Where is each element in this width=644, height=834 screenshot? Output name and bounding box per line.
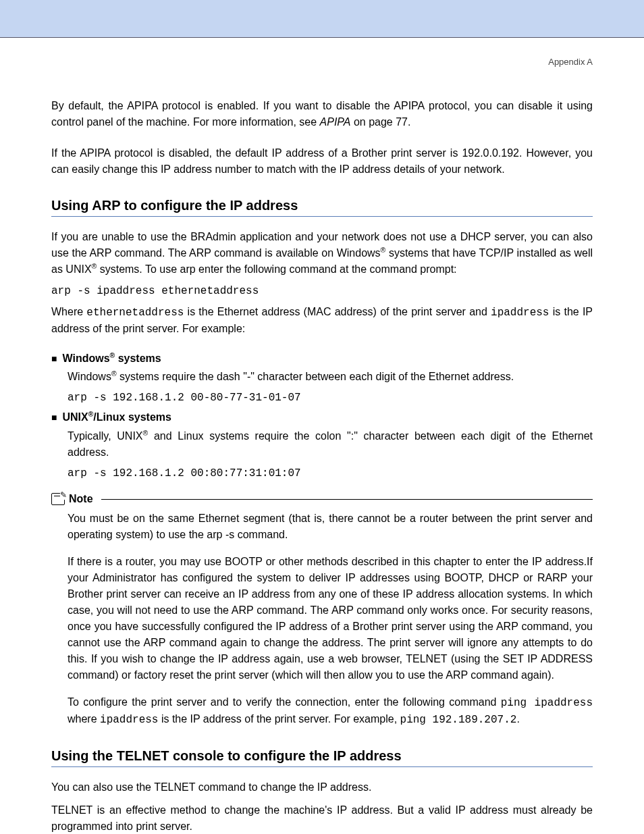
registered-icon: ® xyxy=(111,370,117,377)
code-ipaddress: ipaddress xyxy=(491,307,549,319)
arp-heading: Using ARP to configure the IP address xyxy=(51,198,593,213)
text: . xyxy=(516,713,519,725)
text: systems require the dash "-" character b… xyxy=(117,371,514,382)
windows-paragraph: Windows® systems require the dash "-" ch… xyxy=(68,369,593,385)
square-bullet-icon: ■ xyxy=(51,353,57,364)
square-bullet-icon: ■ xyxy=(51,412,57,423)
text: is the Ethernet address (MAC address) of… xyxy=(184,306,491,317)
arp-paragraph-1: If you are unable to use the BRAdmin app… xyxy=(51,229,593,278)
text: Typically, UNIX xyxy=(68,430,143,442)
arp-command-generic: arp -s ipaddress ethernetaddress xyxy=(51,285,593,297)
text: where xyxy=(68,713,100,725)
code-ping-ipaddress: ping ipaddress xyxy=(501,697,593,709)
text: Where xyxy=(51,306,86,317)
top-bar xyxy=(0,0,644,38)
text: systems xyxy=(115,353,161,364)
section-rule xyxy=(51,216,593,217)
windows-block: Windows® systems require the dash "-" ch… xyxy=(51,369,593,404)
note-header: Note xyxy=(51,493,593,505)
note-body: You must be on the same Ethernet segment… xyxy=(51,511,593,728)
note-icon xyxy=(51,493,65,505)
windows-label: Windows® systems xyxy=(62,352,161,365)
text: on page 77. xyxy=(350,116,410,128)
windows-bullet: ■ Windows® systems xyxy=(51,352,593,365)
text: To configure the print server and to ver… xyxy=(68,696,501,708)
note-paragraph-3: To configure the print server and to ver… xyxy=(68,694,593,728)
text: is the IP address of the print server. F… xyxy=(158,713,400,725)
unix-paragraph: Typically, UNIX® and Linux systems requi… xyxy=(68,428,593,461)
code-ethernetaddress: ethernetaddress xyxy=(86,307,184,319)
note-paragraph-2: If there is a router, you may use BOOTP … xyxy=(68,554,593,683)
note-paragraph-1: You must be on the same Ethernet segment… xyxy=(68,511,593,543)
note-title: Note xyxy=(69,493,93,505)
text: UNIX xyxy=(62,412,88,423)
code-ipaddress: ipaddress xyxy=(100,714,158,726)
intro-paragraph-2: If the APIPA protocol is disabled, the d… xyxy=(51,145,593,178)
text: /Linux systems xyxy=(93,412,171,423)
unix-arp-command: arp -s 192.168.1.2 00:80:77:31:01:07 xyxy=(68,467,593,479)
text: systems. To use arp enter the following … xyxy=(97,264,456,276)
intro-paragraph-1: By default, the APIPA protocol is enable… xyxy=(51,98,593,130)
telnet-paragraph-1: You can also use the TELNET command to c… xyxy=(51,779,593,796)
note-rule xyxy=(101,499,593,500)
section-rule xyxy=(51,766,593,767)
arp-paragraph-2: Where ethernetaddress is the Ethernet ad… xyxy=(51,304,593,337)
page-content: Appendix A By default, the APIPA protoco… xyxy=(0,38,644,834)
apipa-ref: APIPA xyxy=(320,116,351,128)
telnet-paragraph-2: TELNET is an effective method to change … xyxy=(51,802,593,834)
text: Windows xyxy=(68,371,111,382)
unix-block: Typically, UNIX® and Linux systems requi… xyxy=(51,428,593,479)
telnet-heading: Using the TELNET console to configure th… xyxy=(51,748,593,764)
text: Windows xyxy=(62,353,109,364)
unix-label: UNIX®/Linux systems xyxy=(62,411,171,423)
code-ping-sample: ping 192.189.207.2 xyxy=(400,714,517,726)
windows-arp-command: arp -s 192.168.1.2 00-80-77-31-01-07 xyxy=(68,392,593,404)
appendix-label: Appendix A xyxy=(51,57,593,67)
unix-bullet: ■ UNIX®/Linux systems xyxy=(51,411,593,423)
